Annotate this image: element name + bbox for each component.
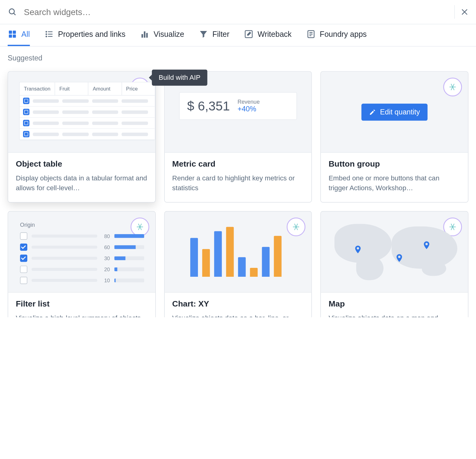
- widget-card-map[interactable]: Map Visualize objects data on a map and …: [320, 211, 468, 317]
- svg-rect-6: [9, 34, 12, 37]
- card-desc: Embed one or more buttons that can trigg…: [329, 173, 460, 193]
- search-input[interactable]: [24, 7, 448, 17]
- widget-card-object-table[interactable]: Transaction Fruit Amount Price Object ta…: [8, 71, 156, 203]
- svg-rect-15: [144, 31, 145, 37]
- widget-card-metric-card[interactable]: $ 6,351 Revenue +40% Metric card Render …: [164, 71, 312, 203]
- bar-chart-icon: [140, 29, 149, 39]
- tab-label: All: [21, 30, 30, 39]
- search-bar: [0, 0, 476, 24]
- widget-card-filter-list[interactable]: Origin 80 60 30 20 10 Filter list Visual…: [8, 211, 156, 317]
- card-preview: Edit quantity: [321, 72, 468, 153]
- metric-value: $ 6,351: [187, 99, 230, 113]
- preview-button-label: Edit quantity: [380, 108, 420, 116]
- card-desc: Visualize objects data on a map and enab…: [329, 313, 460, 317]
- svg-rect-16: [146, 33, 148, 37]
- card-title: Metric card: [172, 160, 304, 169]
- tab-label: Visualize: [154, 30, 184, 39]
- tab-label: Properties and links: [58, 30, 126, 39]
- preview-header: Origin: [20, 222, 144, 228]
- svg-rect-4: [9, 31, 12, 34]
- card-preview: Transaction Fruit Amount Price: [8, 72, 155, 153]
- tab-filter[interactable]: Filter: [199, 29, 230, 46]
- tab-label: Filter: [212, 30, 230, 39]
- svg-line-1: [14, 13, 15, 15]
- card-preview: [164, 212, 312, 293]
- widget-grid: Build with AIP Transaction Fruit Amount …: [0, 65, 476, 317]
- card-desc: Visualize a high-level summary of object…: [16, 313, 147, 317]
- preview-col: Price: [122, 82, 155, 95]
- svg-rect-7: [13, 34, 16, 37]
- svg-point-8: [45, 31, 47, 33]
- card-preview: Origin 80 60 30 20 10: [8, 212, 155, 293]
- tab-foundry-apps[interactable]: Foundry apps: [306, 29, 366, 46]
- preview-button: Edit quantity: [361, 103, 428, 121]
- close-icon[interactable]: [461, 8, 468, 16]
- aip-tooltip: Build with AIP: [152, 70, 207, 86]
- card-title: Filter list: [16, 299, 147, 309]
- card-desc: Display objects data in a tabular format…: [16, 173, 147, 193]
- tab-label: Foundry apps: [320, 30, 367, 39]
- section-heading: Suggested: [0, 47, 476, 65]
- svg-rect-13: [48, 36, 52, 37]
- widget-card-chart-xy[interactable]: Chart: XY Visualize objects data as a ba…: [164, 211, 312, 317]
- svg-point-0: [9, 9, 14, 14]
- search-icon: [8, 7, 17, 17]
- card-desc: Render a card to highlight key metrics o…: [172, 173, 304, 193]
- svg-rect-11: [48, 31, 52, 32]
- card-title: Chart: XY: [172, 299, 304, 309]
- tab-visualize[interactable]: Visualize: [140, 29, 184, 46]
- card-title: Object table: [16, 160, 147, 169]
- svg-point-9: [45, 33, 47, 35]
- preview-col: Fruit: [55, 82, 89, 95]
- edit-square-icon: [244, 29, 253, 39]
- card-desc: Visualize objects data as a bar, line, o…: [172, 313, 304, 317]
- preview-col: Transaction: [20, 82, 55, 95]
- category-tabs: All Properties and links Visualize Filte…: [0, 24, 476, 46]
- metric-delta: +40%: [238, 105, 260, 114]
- card-title: Button group: [329, 160, 460, 169]
- widget-card-button-group[interactable]: Edit quantity Button group Embed one or …: [320, 71, 468, 203]
- funnel-icon: [199, 29, 208, 39]
- list-icon: [45, 29, 54, 39]
- card-title: Map: [329, 299, 460, 309]
- document-icon: [306, 29, 315, 39]
- tab-all[interactable]: All: [8, 29, 30, 46]
- svg-point-10: [45, 36, 47, 37]
- tab-label: Writeback: [257, 30, 292, 39]
- pencil-icon: [369, 109, 376, 115]
- preview-col: Amount: [88, 82, 122, 95]
- tab-writeback[interactable]: Writeback: [244, 29, 292, 46]
- metric-label: Revenue: [238, 98, 260, 105]
- aip-badge[interactable]: [443, 78, 462, 96]
- svg-rect-12: [48, 34, 52, 35]
- svg-rect-5: [13, 31, 16, 34]
- svg-rect-14: [141, 34, 143, 37]
- grid-icon: [8, 29, 17, 39]
- vertical-divider: [454, 5, 455, 19]
- tab-properties[interactable]: Properties and links: [45, 29, 126, 46]
- card-preview: [321, 212, 468, 293]
